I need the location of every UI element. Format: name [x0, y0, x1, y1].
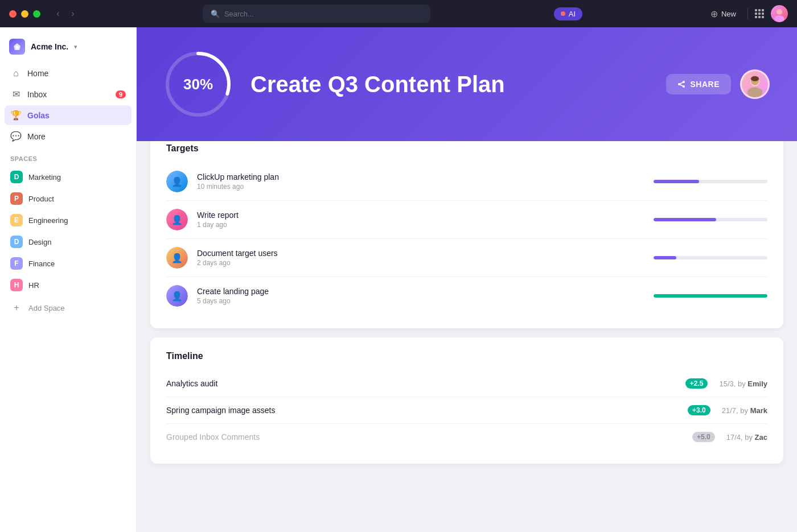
timeline-name-1: Analytics audit: [166, 379, 680, 388]
plus-icon: ⊕: [710, 9, 718, 19]
space-item-marketing[interactable]: D Marketing: [5, 167, 132, 187]
add-space-button[interactable]: + Add Space: [5, 298, 132, 318]
target-item: 👤 Write report 1 day ago: [166, 201, 767, 239]
target-info-1: ClickUp marketing plan 10 minutes ago: [197, 172, 644, 191]
target-item: 👤 Create landing page 5 days ago: [166, 277, 767, 315]
timeline-item: Grouped Inbox Comments +5.0 17/4, by Zac: [166, 424, 767, 450]
target-avatar-2: 👤: [166, 209, 188, 230]
target-name-2: Write report: [197, 211, 644, 220]
timeline-title: Timeline: [166, 351, 767, 361]
divider: [747, 8, 748, 19]
progress-ring: 30%: [164, 50, 232, 118]
progress-percent: 30%: [183, 76, 213, 93]
traffic-light-maximize[interactable]: [33, 10, 40, 18]
target-time-2: 1 day ago: [197, 221, 644, 229]
ai-button[interactable]: AI: [554, 7, 582, 20]
target-avatar-3: 👤: [166, 247, 188, 269]
back-button[interactable]: ‹: [52, 7, 64, 20]
target-item: 👤 ClickUp marketing plan 10 minutes ago: [166, 163, 767, 201]
space-item-finance[interactable]: F Finance: [5, 253, 132, 274]
share-button[interactable]: SHARE: [666, 74, 731, 94]
space-dot-design: D: [10, 236, 23, 248]
space-dot-engineering: E: [10, 214, 23, 226]
target-time-3: 2 days ago: [197, 259, 644, 267]
space-label-finance: Finance: [28, 259, 55, 268]
progress-fill-3: [654, 256, 676, 259]
space-label-engineering: Engineering: [28, 216, 68, 225]
more-icon: 💬: [10, 131, 22, 142]
ai-dot: [561, 11, 565, 16]
add-space-label: Add Space: [28, 304, 65, 312]
spaces-section-title: Spaces: [0, 146, 136, 167]
space-dot-hr: H: [10, 279, 23, 291]
space-item-design[interactable]: D Design: [5, 232, 132, 252]
titlebar: ‹ › 🔍 AI ⊕ New: [0, 0, 797, 27]
ai-label: AI: [569, 10, 576, 18]
home-icon: ⌂: [10, 68, 22, 79]
plus-icon: +: [10, 302, 23, 314]
workspace-header[interactable]: Acme Inc. ▾: [0, 36, 136, 64]
space-dot-product: P: [10, 192, 23, 205]
target-item: 👤 Document target users 2 days ago: [166, 239, 767, 277]
sidebar-item-home[interactable]: ⌂ Home: [5, 64, 132, 83]
search-icon: 🔍: [211, 10, 220, 18]
forward-button[interactable]: ›: [67, 7, 79, 20]
new-button[interactable]: ⊕ New: [706, 6, 741, 22]
content-cards: Targets 👤 ClickUp marketing plan 10 minu…: [137, 130, 797, 477]
svg-point-1: [774, 15, 784, 22]
sidebar-item-label: Home: [27, 69, 48, 78]
goals-icon: 🏆: [10, 110, 22, 121]
targets-card: Targets 👤 ClickUp marketing plan 10 minu…: [150, 130, 783, 328]
space-item-engineering[interactable]: E Engineering: [5, 210, 132, 230]
timeline-name-2: Spring campaign image assets: [166, 406, 682, 415]
search-bar[interactable]: 🔍: [203, 5, 430, 23]
search-input[interactable]: [224, 10, 422, 18]
app-layout: Acme Inc. ▾ ⌂ Home ✉ Inbox 9 🏆 Golas 💬 M…: [0, 27, 797, 532]
space-items: D Marketing P Product E Engineering D De…: [0, 167, 136, 295]
traffic-lights: [9, 10, 40, 18]
avatar-face-1: 👤: [166, 171, 188, 192]
sidebar-item-more[interactable]: 💬 More: [5, 126, 132, 146]
sidebar-item-label: Golas: [27, 111, 50, 120]
goal-banner: 30% Create Q3 Content Plan SHARE: [137, 27, 797, 141]
progress-bar-1: [654, 180, 767, 183]
timeline-badge-2: +3.0: [688, 405, 710, 415]
space-item-product[interactable]: P Product: [5, 188, 132, 209]
target-info-3: Document target users 2 days ago: [197, 249, 644, 267]
goal-title: Create Q3 Content Plan: [250, 72, 648, 97]
target-time-1: 10 minutes ago: [197, 183, 644, 191]
svg-line-9: [679, 84, 684, 86]
sidebar-item-label: Inbox: [27, 90, 47, 99]
banner-avatar[interactable]: [740, 69, 770, 99]
workspace-name: Acme Inc.: [31, 42, 68, 51]
grid-icon[interactable]: [755, 9, 764, 18]
nav-items: ⌂ Home ✉ Inbox 9 🏆 Golas 💬 More: [0, 64, 136, 146]
progress-fill-1: [654, 180, 699, 183]
sidebar-item-goals[interactable]: 🏆 Golas: [5, 105, 132, 125]
avatar-face-2: 👤: [166, 209, 188, 230]
progress-track-1: [654, 180, 767, 183]
timeline-badge-1: +2.5: [685, 378, 708, 389]
timeline-item: Spring campaign image assets +3.0 21/7, …: [166, 397, 767, 424]
target-avatar-4: 👤: [166, 285, 188, 307]
sidebar: Acme Inc. ▾ ⌂ Home ✉ Inbox 9 🏆 Golas 💬 M…: [0, 27, 137, 532]
target-time-4: 5 days ago: [197, 297, 644, 305]
timeline-item: Analytics audit +2.5 15/3, by Emily: [166, 370, 767, 397]
sidebar-item-inbox[interactable]: ✉ Inbox 9: [5, 84, 132, 104]
main-content: 30% Create Q3 Content Plan SHARE: [137, 27, 797, 532]
sidebar-item-label: More: [27, 132, 46, 141]
titlebar-right: ⊕ New: [706, 5, 788, 22]
timeline-meta-2: 21/7, by Mark: [710, 406, 767, 415]
avatar-face-4: 👤: [166, 285, 188, 307]
space-item-hr[interactable]: H HR: [5, 275, 132, 295]
chevron-down-icon: ▾: [74, 43, 77, 51]
progress-fill-2: [654, 218, 716, 221]
share-label: SHARE: [690, 80, 720, 89]
new-label: New: [721, 10, 736, 18]
space-label-product: Product: [28, 195, 54, 203]
traffic-light-minimize[interactable]: [21, 10, 28, 18]
target-avatar-1: 👤: [166, 171, 188, 192]
user-avatar[interactable]: [771, 5, 788, 22]
traffic-light-close[interactable]: [9, 10, 17, 18]
progress-bar-4: [654, 294, 767, 298]
